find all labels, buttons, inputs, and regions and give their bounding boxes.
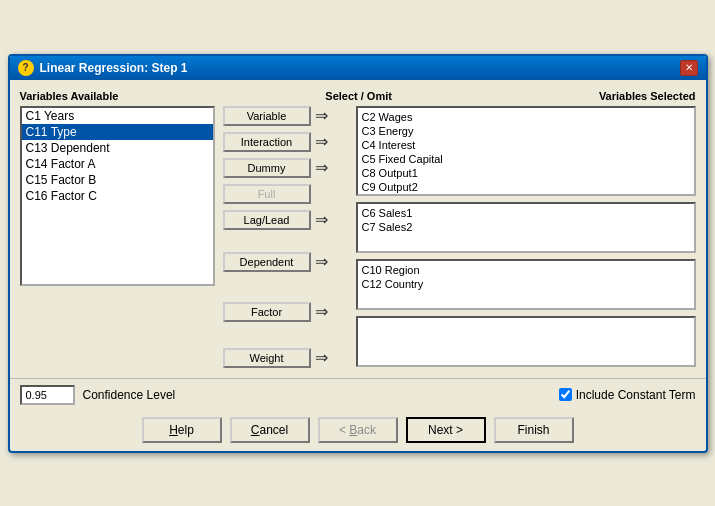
selected-dep-c7: C7 Sales2	[362, 220, 690, 234]
laglead-button[interactable]: Lag/Lead	[223, 210, 311, 230]
variable-row: Variable ⇒	[223, 106, 348, 126]
confidence-area: 0.95 Confidence Level	[20, 385, 176, 405]
factor-button[interactable]: Factor	[223, 302, 311, 322]
selected-factor-c12: C12 Country	[362, 277, 690, 291]
selected-factor-c10: C10 Region	[362, 263, 690, 277]
list-item[interactable]: C13 Dependent	[22, 140, 213, 156]
include-constant-area: Include Constant Term	[559, 388, 696, 402]
dummy-arrow: ⇒	[315, 158, 328, 177]
titlebar-left: ? Linear Regression: Step 1	[18, 60, 188, 76]
dummy-row: Dummy ⇒	[223, 158, 348, 178]
list-item[interactable]: C1 Years	[22, 108, 213, 124]
list-item[interactable]: C16 Factor C	[22, 188, 213, 204]
selectomit-header: Select / Omit	[325, 90, 392, 102]
dependent-row: Dependent ⇒	[223, 252, 348, 272]
selected-var-c8: C8 Output1	[362, 166, 690, 180]
weight-arrow: ⇒	[315, 348, 328, 367]
footer-buttons: Help Cancel < Back Next > Finish	[10, 411, 706, 451]
options-area: 0.95 Confidence Level Include Constant T…	[10, 378, 706, 411]
confidence-input[interactable]: 0.95	[20, 385, 75, 405]
variables-selected-panel: C2 Wages C3 Energy C4 Interest C5 Fixed …	[356, 106, 696, 368]
selected-var-c4: C4 Interest	[362, 138, 690, 152]
window-title: Linear Regression: Step 1	[40, 61, 188, 75]
variables-available-panel: C1 Years C11 Type C13 Dependent C14 Fact…	[20, 106, 215, 368]
laglead-row: Lag/Lead ⇒	[223, 210, 348, 230]
next-button[interactable]: Next >	[406, 417, 486, 443]
laglead-arrow: ⇒	[315, 210, 328, 229]
selected-header: Variables Selected	[599, 90, 696, 102]
dependent-arrow: ⇒	[315, 252, 328, 271]
finish-button[interactable]: Finish	[494, 417, 574, 443]
include-constant-checkbox[interactable]	[559, 388, 572, 401]
main-content: Variables Available Select / Omit Variab…	[10, 80, 706, 378]
selected-var-c3: C3 Energy	[362, 124, 690, 138]
dummy-button[interactable]: Dummy	[223, 158, 311, 178]
selected-weight-box	[356, 316, 696, 367]
selected-var-c2: C2 Wages	[362, 110, 690, 124]
main-window: ? Linear Regression: Step 1 ✕ Variables …	[8, 54, 708, 453]
selected-var-c5: C5 Fixed Capital	[362, 152, 690, 166]
main-columns: C1 Years C11 Type C13 Dependent C14 Fact…	[20, 106, 696, 368]
full-row: Full	[223, 184, 348, 204]
factor-arrow: ⇒	[315, 302, 328, 321]
cancel-button[interactable]: Cancel	[230, 417, 310, 443]
interaction-button[interactable]: Interaction	[223, 132, 311, 152]
variable-arrow: ⇒	[315, 106, 328, 125]
list-item[interactable]: C11 Type	[22, 124, 213, 140]
interaction-arrow: ⇒	[315, 132, 328, 151]
variables-listbox[interactable]: C1 Years C11 Type C13 Dependent C14 Fact…	[20, 106, 215, 286]
select-omit-panel: Variable ⇒ Interaction ⇒ Dummy ⇒ Full	[223, 106, 348, 368]
selected-factor-box: C10 Region C12 Country	[356, 259, 696, 310]
factor-row: Factor ⇒	[223, 302, 348, 322]
selected-dependent-box: C6 Sales1 C7 Sales2	[356, 202, 696, 253]
confidence-label: Confidence Level	[83, 388, 176, 402]
column-headers: Variables Available Select / Omit Variab…	[20, 90, 696, 102]
help-icon: ?	[18, 60, 34, 76]
variable-button[interactable]: Variable	[223, 106, 311, 126]
list-item[interactable]: C15 Factor B	[22, 172, 213, 188]
selected-variable-box: C2 Wages C3 Energy C4 Interest C5 Fixed …	[356, 106, 696, 196]
full-button[interactable]: Full	[223, 184, 311, 204]
titlebar: ? Linear Regression: Step 1 ✕	[10, 56, 706, 80]
available-header: Variables Available	[20, 90, 119, 102]
include-constant-label: Include Constant Term	[576, 388, 696, 402]
list-item[interactable]: C14 Factor A	[22, 156, 213, 172]
help-button[interactable]: Help	[142, 417, 222, 443]
weight-row: Weight ⇒	[223, 348, 348, 368]
close-button[interactable]: ✕	[680, 60, 698, 76]
back-button[interactable]: < Back	[318, 417, 398, 443]
selected-dep-c6: C6 Sales1	[362, 206, 690, 220]
dependent-button[interactable]: Dependent	[223, 252, 311, 272]
interaction-row: Interaction ⇒	[223, 132, 348, 152]
weight-button[interactable]: Weight	[223, 348, 311, 368]
selected-var-c9: C9 Output2	[362, 180, 690, 194]
